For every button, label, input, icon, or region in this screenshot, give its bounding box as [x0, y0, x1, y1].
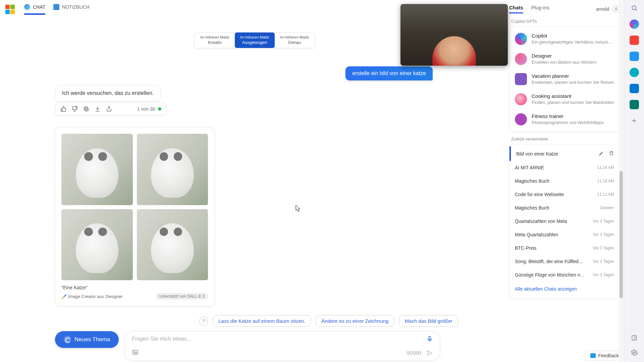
svg-rect-1	[84, 107, 87, 110]
recent-item[interactable]: Song: Bleistift, der eine Füllfeder sein…	[509, 255, 620, 268]
user-menu[interactable]: arnold	[596, 5, 620, 13]
suggestion-3[interactable]: Mach das Bild größer	[399, 315, 458, 327]
generated-image-3[interactable]	[61, 209, 133, 281]
right-sidebar: Chats Plug-ins arnold Copilot-GPTs Copil…	[505, 0, 624, 362]
page-scrollbar[interactable]	[619, 0, 624, 362]
gpt-name: Fitness trainer	[532, 113, 604, 119]
rail-add-icon[interactable]: +	[630, 116, 639, 125]
thumbs-up-icon[interactable]	[60, 106, 67, 112]
recent-item[interactable]: Magisches Buch11:19 AM	[509, 174, 620, 188]
send-icon[interactable]	[426, 350, 433, 356]
gpt-name: Copilot	[532, 33, 614, 39]
feedback-icon	[590, 353, 596, 358]
generated-images-card: "Eine Katze" 🖌️ Image Creator aus Design…	[55, 127, 214, 306]
gpt-desc: Erstellen von Bildern aus Wörtern	[532, 60, 597, 65]
new-topic-icon	[64, 336, 71, 343]
recent-item[interactable]: BTC-PreisVor 3 Tagen	[509, 241, 620, 255]
style-precise[interactable]: Im höheren Maße Genau	[275, 33, 315, 48]
rail-shopping-icon[interactable]	[630, 36, 639, 45]
recent-time: 11:19 AM	[597, 179, 614, 183]
recent-title: Günstige Flüge von München nach Fra	[515, 272, 585, 278]
sidebar-tab-chats[interactable]: Chats	[509, 5, 523, 13]
generated-image-4[interactable]	[137, 209, 208, 281]
suggestion-1[interactable]: Lass die Katze auf einem Baum sitzen.	[213, 315, 311, 327]
suggestion-2[interactable]: Ändere es zu einer Zeichnung	[316, 315, 394, 327]
generated-image-2[interactable]	[137, 134, 208, 205]
rail-o-icon[interactable]	[630, 68, 639, 77]
style-balanced[interactable]: Im höheren Maße Ausgewogen	[235, 33, 275, 48]
gpt-item-fitness[interactable]: Fitness trainer Fitnessprogramme und Woh…	[512, 109, 618, 129]
gpt-item-vacation[interactable]: Vacation planner Entdecken, planen und b…	[512, 69, 618, 89]
edit-icon[interactable]	[599, 150, 604, 157]
cooking-icon	[515, 93, 527, 105]
tab-notebook[interactable]: NOTIZBUCH	[53, 4, 90, 15]
webcam-overlay	[400, 4, 508, 66]
recent-item[interactable]: Magisches BuchGestern	[509, 201, 620, 215]
gpt-desc: Entdecken, planen und buchen Sie Reisen	[532, 80, 614, 85]
tab-chat[interactable]: CHAT	[24, 4, 45, 15]
svg-rect-0	[85, 108, 88, 111]
gpt-name: Designer	[532, 53, 597, 59]
suggestions-help-icon[interactable]: ?	[199, 317, 208, 325]
recent-item[interactable]: Meta QuartalszahlenVor 3 Tagen	[509, 228, 620, 241]
chat-input[interactable]: Fragen Sie mich etwas... 0/2000	[125, 331, 440, 361]
generated-image-1[interactable]	[61, 134, 133, 205]
thumbs-down-icon[interactable]	[71, 106, 78, 112]
copilot-icon	[515, 33, 527, 45]
rail-send-icon[interactable]	[630, 100, 639, 109]
status-dot-icon	[158, 107, 161, 111]
gpt-item-designer[interactable]: Designer Erstellen von Bildern aus Wörte…	[512, 49, 618, 69]
gpt-desc: Fitnessprogramme und Wohlfühltipps	[532, 120, 604, 125]
rail-panel-icon[interactable]	[630, 333, 639, 343]
browser-sidebar-rail: +	[624, 0, 644, 362]
designer-icon	[515, 53, 527, 65]
rail-settings-icon[interactable]	[630, 348, 639, 357]
recent-title: Magisches Buch	[515, 205, 549, 210]
recent-item[interactable]: Code für eine Webseite11:11 AM	[509, 188, 620, 201]
recent-item[interactable]: Günstige Flüge von München nach FraVor 3…	[509, 268, 620, 282]
fitness-icon	[515, 113, 527, 125]
recent-time: 11:11 AM	[597, 192, 614, 197]
microphone-icon[interactable]	[426, 336, 433, 342]
share-icon[interactable]	[106, 106, 112, 112]
svg-point-6	[632, 6, 636, 10]
rail-search-icon[interactable]	[630, 3, 639, 13]
input-placeholder: Fragen Sie mich etwas...	[132, 336, 191, 342]
rail-copilot-icon[interactable]	[630, 19, 639, 29]
gpt-desc: Finden, planen und kochen Sie Mahlzeiten	[532, 100, 614, 105]
recent-title: Song: Bleistift, der eine Füllfeder sein…	[515, 259, 585, 264]
gpt-item-copilot[interactable]: Copilot Ein gleichgewichtiges Verhältnis…	[512, 29, 618, 49]
tab-label: NOTIZBUCH	[62, 4, 90, 10]
copy-icon[interactable]	[83, 106, 90, 112]
microsoft-logo	[5, 5, 15, 14]
recent-item[interactable]: Bild von einer Katze	[509, 146, 620, 161]
feedback-button[interactable]: Feedback	[585, 351, 624, 361]
style-selector: Im höheren Maße Kreativ Im höheren Maße …	[195, 32, 315, 48]
recent-item[interactable]: AI MIT ARNIE11:24 AM	[509, 161, 620, 174]
notebook-icon	[53, 4, 59, 10]
style-creative[interactable]: Im höheren Maße Kreativ	[195, 33, 235, 48]
delete-icon[interactable]	[609, 150, 614, 157]
user-message: erstelle ein bild von einer katze	[345, 66, 433, 80]
gpt-item-cooking[interactable]: Cooking assistant Finden, planen und koc…	[512, 89, 618, 109]
download-icon[interactable]	[94, 106, 101, 112]
svg-point-4	[134, 352, 135, 353]
recent-time: 11:24 AM	[597, 165, 614, 170]
char-counter: 0/2000	[407, 350, 421, 356]
gpt-name: Vacation planner	[532, 73, 614, 79]
rail-outlook-icon[interactable]	[630, 84, 639, 93]
recent-title: BTC-Preis	[515, 245, 537, 251]
recent-item[interactable]: Quartalszahlen von MetaVor 3 Tagen	[509, 215, 620, 228]
image-input-icon[interactable]	[132, 349, 139, 357]
recent-title: AI MIT ARNIE	[515, 165, 544, 170]
sidebar-tab-plugins[interactable]: Plug-ins	[531, 5, 549, 13]
svg-rect-7	[632, 336, 636, 340]
recent-title: Code für eine Webseite	[515, 192, 564, 197]
vacation-icon	[515, 73, 527, 85]
recents-section-title: Zuletzt verwendete	[511, 136, 620, 141]
rail-people-icon[interactable]	[630, 52, 639, 61]
svg-point-5	[615, 7, 617, 9]
mouse-cursor-icon	[296, 205, 301, 212]
new-topic-button[interactable]: Neues Thema	[55, 331, 119, 348]
show-all-chats[interactable]: Alle aktuellen Chats anzeigen	[509, 282, 620, 296]
